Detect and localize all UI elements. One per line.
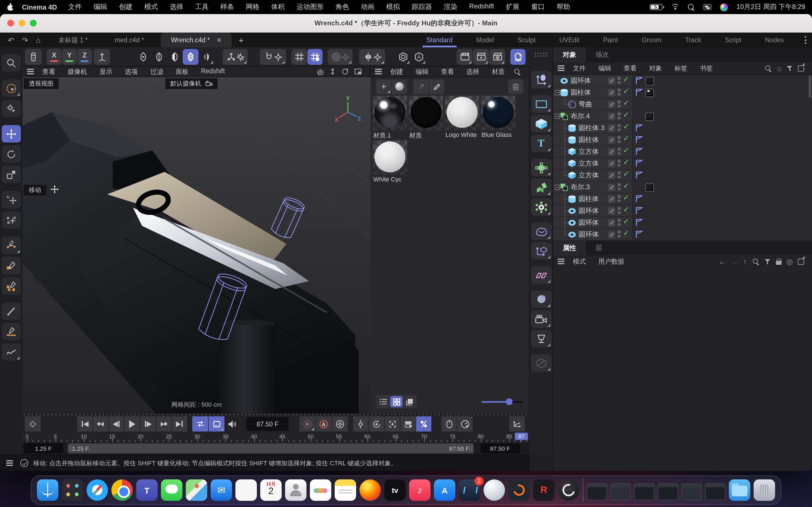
editor-visibility-toggle[interactable] (608, 89, 615, 96)
mode-points-button[interactable] (135, 49, 151, 65)
add-camera-button[interactable] (531, 311, 551, 328)
dock-app-icon[interactable]: ✉ (211, 480, 232, 501)
preview-range-slider[interactable]: 1.25 F 87.50 F (68, 443, 474, 453)
object-search-icon[interactable] (765, 64, 772, 72)
document-tab[interactable]: Wrench.c4d *✕ (161, 33, 232, 47)
dial-record-button[interactable] (457, 416, 472, 432)
menubar-item[interactable]: 窗口 (531, 2, 545, 12)
timeline-grip[interactable] (22, 413, 529, 416)
play-button[interactable] (124, 416, 140, 432)
phong-tag-icon[interactable] (635, 171, 643, 179)
enabled-checkmark[interactable]: ✓ (623, 110, 629, 119)
object-row[interactable]: 布尔.4 ✓ (553, 110, 812, 122)
attribute-menu-item[interactable]: 用户数据 (592, 257, 630, 266)
render-settings-device-button[interactable] (25, 49, 42, 65)
history-forward-icon[interactable]: → (731, 257, 738, 266)
viewport-menu-item[interactable]: 面板 (169, 67, 195, 76)
dock-app-icon[interactable] (484, 480, 505, 501)
undo-icon[interactable]: ↶ (8, 36, 14, 44)
range-end-field[interactable]: 87.50 F (480, 443, 520, 453)
attribute-menu-icon[interactable] (557, 257, 566, 266)
menubar-item[interactable]: 工具 (195, 2, 209, 12)
modeling-settings-button[interactable] (395, 49, 410, 65)
mode-edges-button[interactable] (151, 49, 167, 65)
visibility-dots[interactable] (617, 183, 620, 190)
material-large-view-button[interactable] (403, 396, 416, 407)
selection-move-tool[interactable] (2, 191, 21, 209)
key-parameter-button-selected[interactable] (416, 416, 432, 432)
add-light-button[interactable] (531, 330, 551, 348)
render-settings-button[interactable] (490, 49, 505, 65)
panel-tab[interactable]: 对象 (553, 47, 586, 62)
new-node-material-button[interactable] (392, 79, 407, 94)
material-tag-icon[interactable] (645, 88, 654, 97)
dock-app-icon[interactable]: ♪ (409, 480, 430, 501)
dock-app-icon[interactable]: A (434, 480, 455, 501)
dock-app-icon[interactable] (161, 480, 183, 501)
dock-app-icon[interactable] (285, 480, 306, 501)
new-document-tab-button[interactable]: + (232, 33, 251, 47)
editor-visibility-toggle[interactable] (608, 231, 615, 238)
enabled-checkmark[interactable]: ✓ (623, 193, 629, 202)
dock-app-icon[interactable] (583, 478, 583, 502)
object-row[interactable]: 布尔.3 ✓ (553, 181, 812, 193)
menubar-item[interactable]: 动画 (361, 2, 374, 12)
keyframe-diamond-button[interactable] (25, 416, 41, 432)
workplane-lock-button-selected[interactable] (307, 49, 322, 65)
dock-app-icon[interactable] (87, 480, 108, 501)
expand-toggle[interactable] (555, 185, 560, 190)
document-tab[interactable]: med.c4d * (105, 33, 161, 47)
material-tag-icon[interactable] (645, 183, 654, 192)
add-field-button[interactable] (531, 242, 551, 260)
toggle-view-icon[interactable] (354, 68, 362, 75)
pen-volume-tool[interactable] (2, 277, 21, 295)
layout-tab[interactable]: Paint (591, 33, 629, 47)
key-rotation-button[interactable] (369, 416, 384, 432)
attribute-menu-item[interactable]: 模式 (567, 257, 592, 266)
enabled-checkmark[interactable]: ✓ (623, 122, 629, 131)
panel-tab[interactable]: 层 (586, 240, 612, 255)
orbit-icon[interactable] (341, 68, 349, 75)
object-row[interactable]: 圆环体 ✓ (553, 75, 812, 87)
annotate-tool-button[interactable]: A (411, 49, 426, 65)
visibility-dots[interactable] (617, 100, 620, 108)
editor-visibility-toggle[interactable] (608, 136, 615, 144)
viewport-menu-item[interactable]: 查看 (36, 67, 61, 76)
add-primitive-cube-button[interactable] (531, 115, 551, 132)
dock-app-icon[interactable] (729, 480, 750, 501)
track-target-icon[interactable]: ◎ (786, 257, 793, 266)
editor-visibility-toggle[interactable] (608, 124, 615, 132)
battery-icon[interactable]: ϟ (650, 4, 663, 10)
axis-lock-x-button[interactable]: X (47, 49, 61, 65)
attribute-filter-icon[interactable] (764, 258, 770, 265)
phong-tag-icon[interactable] (635, 195, 643, 203)
sound-toggle-button[interactable] (225, 416, 240, 432)
move-tool-selected[interactable] (2, 125, 21, 143)
wifi-icon[interactable] (671, 4, 679, 10)
material-tag-icon[interactable] (645, 76, 654, 86)
object-row[interactable]: 圆柱体 ✓ (553, 134, 812, 146)
menubar-item[interactable]: 运动图形 (297, 2, 324, 12)
timeline-ruler[interactable]: 0510152025303540455055606570758085 (22, 433, 529, 442)
editor-visibility-toggle[interactable] (608, 77, 615, 84)
menubar-item[interactable]: 编辑 (94, 2, 107, 12)
playhead-marker[interactable]: 87 (515, 433, 528, 440)
mode-extra-button[interactable] (199, 49, 214, 65)
viewport-canvas[interactable]: 透视视图 默认摄像机 移动 Y X Z 网格间距 : (22, 77, 370, 413)
object-row[interactable]: 圆柱体 ✓ (553, 87, 812, 99)
dock-app-icon[interactable] (754, 480, 775, 501)
visibility-dots[interactable] (617, 219, 620, 226)
material-tile[interactable]: 材质.1 (373, 96, 407, 140)
object-row[interactable]: 圆环体 ✓ (553, 217, 812, 229)
enabled-checkmark[interactable]: ✓ (623, 146, 629, 154)
panel-tab[interactable]: 属性 (553, 240, 586, 255)
layout-tab[interactable]: Track (673, 33, 713, 47)
poly-move-tool[interactable] (2, 211, 21, 229)
visibility-dots[interactable] (617, 195, 620, 202)
menubar-item[interactable]: 样条 (220, 2, 234, 12)
render-active-view-button[interactable] (473, 49, 489, 65)
new-material-button[interactable]: + (376, 79, 391, 94)
record-keyframe-button[interactable] (299, 416, 315, 432)
phong-tag-icon[interactable] (635, 89, 643, 96)
enabled-checkmark[interactable]: ✓ (623, 170, 629, 178)
